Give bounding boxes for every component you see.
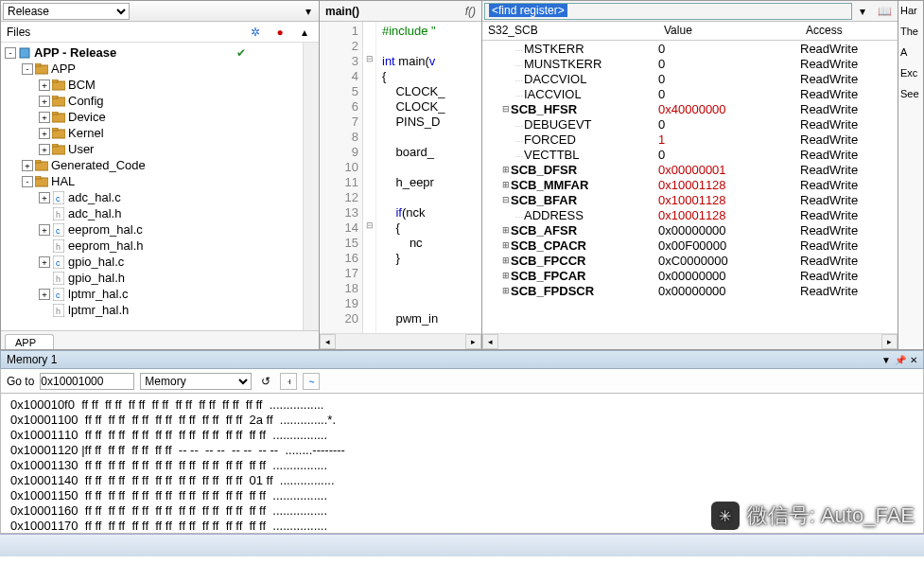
pin-icon[interactable]: 📌 xyxy=(895,355,906,365)
tree-item[interactable]: heeprom_hal.h xyxy=(1,238,303,254)
find-register-input[interactable]: <find register> xyxy=(484,3,852,20)
function-icon[interactable]: f() xyxy=(465,5,476,18)
c-icon: c xyxy=(52,191,65,204)
code-area[interactable]: #include "int main(v{ CLOCK_ CLOCK_ PINS… xyxy=(376,22,481,333)
tree-item[interactable]: +cadc_hal.c xyxy=(1,189,303,205)
register-row[interactable]: … MSTKERR0ReadWrite xyxy=(482,41,898,56)
register-row[interactable]: … IACCVIOL0ReadWrite xyxy=(482,86,898,101)
register-row[interactable]: … FORCED1ReadWrite xyxy=(482,132,898,147)
tree-expander-icon[interactable]: + xyxy=(39,256,50,268)
gear-icon[interactable]: ✲ xyxy=(247,24,264,41)
register-row[interactable]: ⊞ SCB_DFSR0x00000001ReadWrite xyxy=(482,162,898,177)
book-icon[interactable]: 📖 xyxy=(873,3,896,20)
refresh-icon[interactable]: ↺ xyxy=(257,373,274,390)
chevron-up-icon[interactable]: ▴ xyxy=(296,24,313,41)
dropdown-icon[interactable]: ▾ xyxy=(300,3,317,20)
register-col-name[interactable]: S32_SCB xyxy=(482,22,658,40)
record-icon[interactable]: ● xyxy=(271,24,288,41)
register-row[interactable]: ⊞ SCB_FPCCR0xC0000000ReadWrite xyxy=(482,253,898,268)
register-expander-icon[interactable]: ⊞ xyxy=(501,271,511,280)
register-expander-icon[interactable]: ⊞ xyxy=(501,240,511,250)
tree-item[interactable]: +cgpio_hal.c xyxy=(1,254,303,270)
register-row[interactable]: ⊟ SCB_BFAR0x10001128ReadWrite xyxy=(482,192,898,207)
tree-item[interactable]: -APP - Release ✔ xyxy=(1,44,303,61)
svg-rect-16 xyxy=(35,176,41,179)
tree-expander-icon[interactable]: - xyxy=(5,47,16,59)
proj-icon xyxy=(18,46,31,60)
window-menu-icon[interactable]: ▼ xyxy=(881,355,891,365)
register-row[interactable]: … VECTTBL0ReadWrite xyxy=(482,147,898,162)
tree-item[interactable]: +clptmr_hal.c xyxy=(1,286,303,302)
register-col-access[interactable]: Access xyxy=(800,22,898,40)
tree-item[interactable]: +Config xyxy=(1,93,303,109)
register-expander-icon[interactable]: ⊞ xyxy=(501,256,511,265)
project-scrollbar[interactable] xyxy=(303,43,319,330)
tree-item[interactable]: -APP xyxy=(1,61,303,77)
register-expander-icon[interactable]: ⊞ xyxy=(501,165,511,174)
tree-expander-icon[interactable]: - xyxy=(22,63,33,75)
tree-expander-icon[interactable]: + xyxy=(39,224,50,236)
memory-view[interactable]: 0x100010f0 ff ff ff ff ff ff ff ff ff ff… xyxy=(0,394,924,534)
tree-item[interactable]: +User xyxy=(1,141,303,157)
register-hscroll[interactable]: ◂▸ xyxy=(482,333,898,349)
tree-expander-icon[interactable]: + xyxy=(39,289,50,300)
register-expander-icon[interactable]: ⊞ xyxy=(501,180,511,189)
register-access: ReadWrite xyxy=(800,42,898,56)
tree-expander-icon[interactable]: + xyxy=(39,192,50,203)
register-row[interactable]: ⊟ SCB_HFSR0x40000000ReadWrite xyxy=(482,101,898,116)
tree-item[interactable]: -HAL xyxy=(1,173,303,189)
find-dropdown-icon[interactable]: ▾ xyxy=(854,3,871,20)
register-row[interactable]: ⊞ SCB_MMFAR0x10001128ReadWrite xyxy=(482,177,898,192)
tree-expander-icon[interactable]: + xyxy=(39,144,50,155)
fold-column[interactable]: ⊟⊟ xyxy=(363,22,376,333)
register-value: 0x00000000 xyxy=(658,223,800,238)
scroll-right-icon[interactable]: ▸ xyxy=(465,334,481,349)
close-icon[interactable]: ✕ xyxy=(910,355,917,365)
register-row[interactable]: ⊞ SCB_AFSR0x00000000ReadWrite xyxy=(482,222,898,238)
register-row[interactable]: … MUNSTKERR0ReadWrite xyxy=(482,56,898,71)
tree-item[interactable]: hadc_hal.h xyxy=(1,205,303,221)
tree-item[interactable]: hlptmr_hal.h xyxy=(1,302,303,318)
register-col-value[interactable]: Value xyxy=(658,22,800,40)
register-expander-icon[interactable]: ⊞ xyxy=(501,225,511,235)
register-row[interactable]: ⊞ SCB_FPDSCR0x00000000ReadWrite xyxy=(482,283,898,298)
columns-icon[interactable]: ⫞ xyxy=(280,373,297,390)
tree-expander-icon[interactable]: + xyxy=(39,112,50,123)
svg-text:c: c xyxy=(56,194,61,203)
register-list[interactable]: … MSTKERR0ReadWrite… MUNSTKERR0ReadWrite… xyxy=(482,41,898,333)
display-mode-select[interactable]: Memory xyxy=(140,373,252,390)
svg-rect-0 xyxy=(20,48,29,58)
tree-item[interactable]: +Kernel xyxy=(1,125,303,141)
tree-item[interactable]: +Generated_Code xyxy=(1,157,303,173)
scroll-right-icon[interactable]: ▸ xyxy=(881,334,898,349)
tree-expander-icon[interactable]: + xyxy=(39,128,50,139)
register-row[interactable]: ⊞ SCB_FPCAR0x00000000ReadWrite xyxy=(482,268,898,283)
tree-expander-icon[interactable]: + xyxy=(39,96,50,107)
register-value: 0 xyxy=(658,72,800,86)
tree-expander-icon[interactable]: - xyxy=(22,176,33,187)
register-row[interactable]: … DACCVIOL0ReadWrite xyxy=(482,71,898,86)
register-expander-icon[interactable]: ⊞ xyxy=(501,286,511,295)
tree-item-label: User xyxy=(68,142,94,156)
register-row[interactable]: … ADDRESS0x10001128ReadWrite xyxy=(482,207,898,222)
tree-expander-icon[interactable]: + xyxy=(22,160,33,171)
wave-icon[interactable]: ⏦ xyxy=(303,373,320,390)
project-tree[interactable]: -APP - Release ✔-APP+BCM+Config+Device+K… xyxy=(1,43,303,330)
register-expander-icon[interactable]: ⊟ xyxy=(501,104,511,114)
tree-item[interactable]: +Device xyxy=(1,109,303,125)
memory-titlebar[interactable]: Memory 1 ▼ 📌 ✕ xyxy=(0,350,924,369)
goto-input[interactable] xyxy=(40,373,134,390)
register-expander-icon[interactable]: ⊟ xyxy=(501,195,511,204)
config-select[interactable]: Release xyxy=(3,3,130,20)
tree-item[interactable]: +BCM xyxy=(1,77,303,93)
register-value: 0 xyxy=(658,57,800,71)
scroll-left-icon[interactable]: ◂ xyxy=(482,334,498,349)
editor-hscroll[interactable]: ◂ ▸ xyxy=(320,333,481,349)
tree-expander-icon[interactable]: + xyxy=(39,79,50,91)
tab-app[interactable]: APP xyxy=(5,334,54,349)
tree-item[interactable]: hgpio_hal.h xyxy=(1,270,303,286)
tree-item[interactable]: +ceeprom_hal.c xyxy=(1,221,303,238)
scroll-left-icon[interactable]: ◂ xyxy=(320,334,336,349)
register-row[interactable]: … DEBUGEVT0ReadWrite xyxy=(482,116,898,132)
register-row[interactable]: ⊞ SCB_CPACR0x00F00000ReadWrite xyxy=(482,238,898,253)
